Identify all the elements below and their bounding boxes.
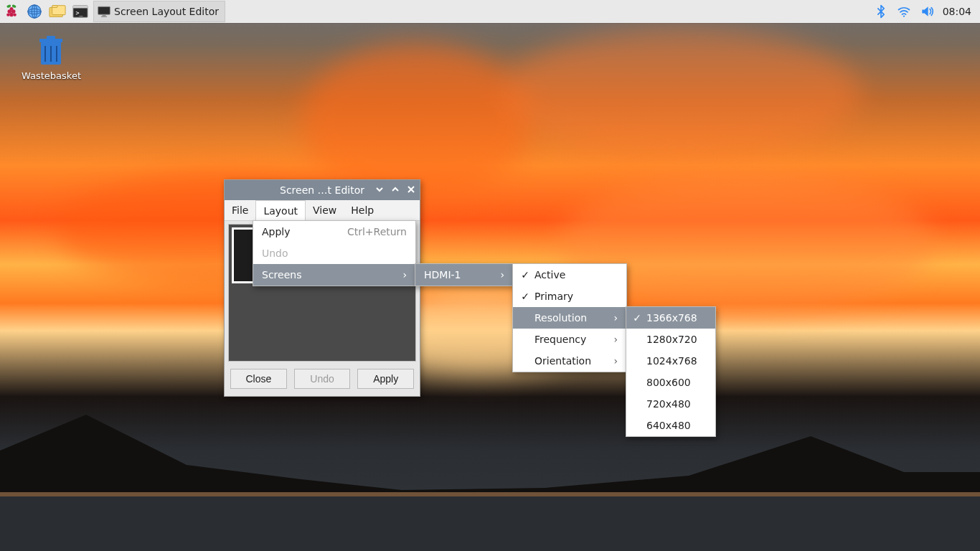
desktop-wastebasket-label: Wastebasket [22,70,80,81]
svg-point-5 [6,13,9,16]
check-icon: ✓ [631,312,644,324]
window-menubar: File Layout View Help [225,200,420,221]
resolution-dropdown: ✓ 980x551 1280x720 1024x768 800x600 720… [626,306,716,437]
window-maximize-icon[interactable] [391,185,400,195]
hdmi-primary-item[interactable]: ✓ Primary [513,286,626,307]
res-label: 980x551 [646,312,707,324]
web-browser-icon[interactable] [23,0,46,23]
hdmi-dropdown: ✓ Active ✓ Primary Resolution › Frequenc… [512,263,627,372]
window-minimize-icon[interactable] [375,185,384,195]
window-close-icon[interactable] [407,185,415,195]
bluetooth-icon[interactable] [870,0,892,23]
screen-layout-editor-window: Screen …t Editor File Layout View Help C… [224,179,420,397]
res-label: 720x480 [646,398,707,410]
top-panel: >_ Screen Layout Editor 08:04 [0,0,980,23]
hdmi-frequency-item[interactable]: Frequency › [513,329,626,350]
menu-help[interactable]: Help [344,200,381,220]
res-640x480-item[interactable]: 640x480 [626,415,715,436]
chevron-right-icon: › [613,312,618,324]
menu-view[interactable]: View [306,200,344,220]
hdmi-active-label: Active [534,269,618,281]
window-button-bar: Close Undo Apply [225,362,420,396]
svg-rect-22 [98,6,110,14]
svg-rect-23 [103,15,106,17]
window-title: Screen …t Editor [280,184,364,196]
hdmi-orientation-item[interactable]: Orientation › [513,350,626,372]
layout-undo-label: Undo [262,248,407,259]
chevron-right-icon: › [500,269,504,281]
screens-hdmi1-label: HDMI-1 [424,269,483,281]
close-button[interactable]: Close [230,369,287,389]
window-titlebar[interactable]: Screen …t Editor [225,180,420,200]
monitor-icon [97,5,111,18]
volume-icon[interactable] [915,0,938,23]
res-720x480-item[interactable]: 720x480 [626,393,715,415]
terminal-icon[interactable]: >_ [69,0,92,23]
menu-layout[interactable]: Layout [255,200,306,221]
svg-rect-20 [73,6,88,9]
layout-undo-item[interactable]: Undo [253,242,415,264]
svg-text:>_: >_ [76,9,83,17]
res-label: 1024x768 [646,355,707,367]
layout-apply-item[interactable]: Apply Ctrl+Return [253,221,415,242]
chevron-right-icon: › [613,355,618,367]
svg-point-25 [903,16,905,17]
layout-dropdown: Apply Ctrl+Return Undo Screens › [253,220,416,286]
layout-screens-label: Screens [262,269,385,281]
check-icon: ✓ [519,291,532,302]
desktop-wastebasket[interactable]: Wastebasket [22,33,80,81]
hdmi-primary-label: Primary [534,291,618,302]
taskbar-app-button[interactable]: Screen Layout Editor [93,1,225,22]
layout-apply-label: Apply [262,226,330,237]
screens-dropdown: HDMI-1 › [415,263,514,286]
res-980x551-item[interactable]: ✓ 980x551 [626,307,715,329]
hdmi-frequency-label: Frequency [534,334,596,345]
res-label: 640x480 [646,420,707,431]
hdmi-resolution-item[interactable]: Resolution › [513,307,626,329]
res-1024x768-item[interactable]: 1024x768 [626,350,715,372]
chevron-right-icon: › [402,269,407,281]
svg-rect-0 [0,492,980,551]
apply-button[interactable]: Apply [357,369,414,389]
screens-hdmi1-item[interactable]: HDMI-1 › [415,264,513,286]
trash-icon [35,33,67,67]
check-icon: ✓ [519,269,532,281]
layout-apply-accel: Ctrl+Return [347,226,407,237]
panel-clock[interactable]: 08:04 [938,6,980,17]
svg-point-4 [9,13,14,17]
hdmi-orientation-label: Orientation [534,355,596,367]
svg-rect-24 [101,17,107,17]
hdmi-active-item[interactable]: ✓ Active [513,264,626,286]
res-1280x720-item[interactable]: 1280x720 [626,329,715,350]
menu-file[interactable]: File [225,200,255,220]
menu-raspberry-icon[interactable] [0,0,23,23]
layout-screens-item[interactable]: Screens › [253,264,415,286]
svg-point-7 [10,7,14,11]
svg-rect-18 [52,6,57,8]
svg-rect-28 [47,36,55,39]
svg-rect-1 [0,492,980,496]
undo-button[interactable]: Undo [294,369,351,389]
svg-point-6 [13,13,16,16]
taskbar-app-label: Screen Layout Editor [114,6,219,17]
file-manager-icon[interactable] [46,0,69,23]
res-800x600-item[interactable]: 800x600 [626,372,715,393]
res-label: 1280x720 [646,334,707,345]
wifi-icon[interactable] [892,0,915,23]
hdmi-resolution-label: Resolution [534,312,596,324]
chevron-right-icon: › [613,334,618,345]
res-label: 800x600 [646,377,707,388]
